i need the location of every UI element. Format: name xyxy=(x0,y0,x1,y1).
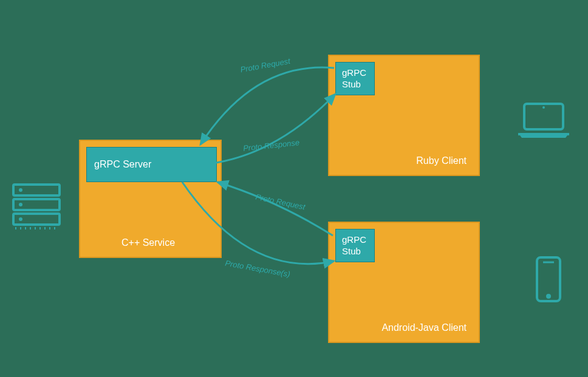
server-service-box: gRPC Server C++ Service xyxy=(79,140,222,258)
arrow-label-req2: Proto Request xyxy=(255,192,306,212)
ruby-grpc-stub-box: gRPC Stub xyxy=(335,62,375,95)
phone-icon xyxy=(535,255,562,306)
android-stub-line1: gRPC xyxy=(342,234,368,246)
arrow-label-resp2: Proto Response(s) xyxy=(225,259,291,279)
grpc-server-box: gRPC Server xyxy=(86,147,217,182)
svg-rect-16 xyxy=(518,133,569,135)
ruby-client-label: Ruby Client xyxy=(416,155,467,166)
android-client-box: gRPC Stub Android-Java Client xyxy=(328,222,480,343)
ruby-client-box: gRPC Stub Ruby Client xyxy=(328,55,480,176)
svg-point-5 xyxy=(19,217,22,221)
svg-point-3 xyxy=(19,188,22,192)
ruby-stub-line1: gRPC xyxy=(342,67,368,79)
svg-point-17 xyxy=(542,106,545,109)
arrow-label-resp1: Proto Response xyxy=(242,138,299,153)
android-stub-line2: Stub xyxy=(342,246,368,257)
android-client-label: Android-Java Client xyxy=(381,322,467,333)
arrow-label-req1: Proto Request xyxy=(239,56,290,74)
server-box-label: C++ Service xyxy=(121,237,175,248)
server-rack-icon xyxy=(11,182,63,233)
laptop-icon xyxy=(513,100,574,145)
svg-point-4 xyxy=(19,203,22,206)
ruby-stub-line2: Stub xyxy=(342,79,368,90)
grpc-server-label: gRPC Server xyxy=(94,159,151,170)
svg-point-20 xyxy=(546,294,551,299)
android-grpc-stub-box: gRPC Stub xyxy=(335,229,375,262)
